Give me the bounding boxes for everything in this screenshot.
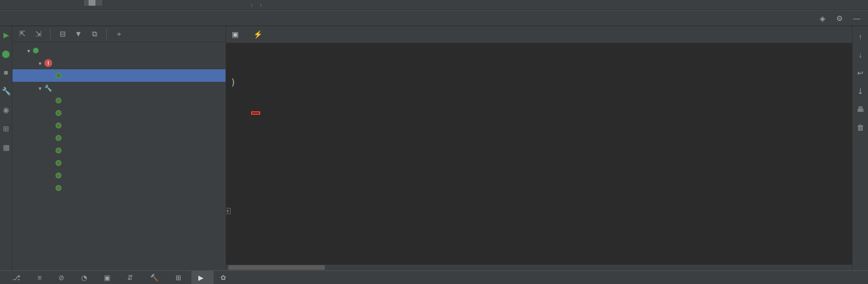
- console-icon: ▣: [232, 30, 239, 39]
- globe-icon[interactable]: ◈: [818, 14, 827, 23]
- app-icon: [56, 73, 61, 78]
- stop-icon[interactable]: ■: [4, 68, 9, 77]
- soft-wrap-icon[interactable]: ↩: [856, 68, 865, 77]
- console-output[interactable]: + ): [226, 43, 852, 265]
- tree-toolbar: ⇱ ⇲ ⊟ ▼ ⧉ ＋: [12, 26, 226, 42]
- services-icon: ▶: [198, 274, 203, 282]
- chevron-down-icon: ▾: [35, 85, 44, 91]
- tree-container: ⇱ ⇲ ⊟ ▼ ⧉ ＋ ▾ ▾ !: [12, 26, 226, 270]
- chevron-down-icon: ▾: [24, 48, 33, 54]
- console-tabs: ▣ ⚡: [226, 26, 852, 43]
- actuator-icon: ⚡: [253, 30, 262, 39]
- trash-icon[interactable]: 🗑: [856, 123, 865, 132]
- problems-icon: ⊘: [59, 274, 64, 282]
- chevron-down-icon: ▾: [35, 60, 44, 66]
- spring-icon: ✿: [220, 274, 226, 282]
- filter-icon[interactable]: ▼: [73, 29, 84, 39]
- wrench-icon[interactable]: 🔧: [2, 87, 11, 95]
- left-gutter: ▶ ⬤ ■ 🔧 ◉ ⊞ ▦: [0, 26, 12, 270]
- bottom-tab-dependencies[interactable]: ⊞: [169, 271, 191, 284]
- bottom-tab-git[interactable]: ⎇: [6, 271, 31, 284]
- wrench-icon: 🔧: [44, 85, 52, 92]
- endpoints-icon: ⇵: [127, 274, 133, 282]
- bottom-tab-problems[interactable]: ⊘: [52, 271, 74, 284]
- folder-icon: [89, 0, 95, 6]
- separator: [106, 29, 107, 39]
- tree-not-started-item[interactable]: [12, 182, 226, 194]
- debug-icon[interactable]: ⬤: [2, 49, 10, 58]
- tree-spring-boot[interactable]: ▾: [12, 44, 226, 57]
- tree-not-started-item[interactable]: [12, 107, 226, 119]
- right-gutter: ↑ ↓ ↩ ⤓ 🖶 🗑: [852, 26, 868, 270]
- app-icon: [56, 185, 61, 191]
- down-arrow-icon[interactable]: ↓: [856, 50, 865, 59]
- bottom-tab-terminal[interactable]: ▣: [97, 271, 120, 284]
- tree-not-started[interactable]: ▾ 🔧: [12, 82, 226, 94]
- main-area: ▶ ⬤ ■ 🔧 ◉ ⊞ ▦ ⇱ ⇲ ⊟ ▼ ⧉ ＋ ▾ ▾ !: [0, 26, 868, 270]
- bottom-tab-services[interactable]: ▶: [191, 271, 214, 284]
- git-icon: ⎇: [12, 274, 20, 282]
- tree-failed[interactable]: ▾ !: [12, 57, 226, 69]
- breadcrumb-sep: ›: [251, 1, 253, 9]
- tree-not-started-item[interactable]: [12, 119, 226, 132]
- minimize-icon[interactable]: —: [852, 14, 861, 23]
- build-icon: 🔨: [150, 274, 158, 282]
- bottom-tab-profiler[interactable]: ◔: [74, 271, 97, 284]
- error-icon: !: [44, 59, 52, 67]
- app-icon: [56, 148, 61, 153]
- expand-all-icon[interactable]: ⇱: [17, 29, 27, 39]
- app-icon: [56, 135, 61, 141]
- separator: [50, 29, 51, 39]
- error-highlight: [251, 111, 260, 115]
- breadcrumb-sep: ›: [260, 1, 262, 9]
- scrollbar-thumb[interactable]: [228, 265, 325, 270]
- bottom-tab-spring[interactable]: ✿: [214, 271, 236, 284]
- tree-failed-item[interactable]: [12, 69, 226, 82]
- fold-icon[interactable]: +: [226, 208, 231, 214]
- app-icon: [56, 160, 61, 166]
- tree-not-started-item[interactable]: [12, 144, 226, 157]
- tree-not-started-item[interactable]: [12, 94, 226, 107]
- profiler-icon: ◔: [81, 274, 87, 282]
- tree-not-started-item[interactable]: [12, 132, 226, 144]
- folder-tab[interactable]: [84, 0, 102, 6]
- breadcrumb: › ›: [247, 0, 265, 10]
- bottom-tab-todo[interactable]: ≡: [31, 271, 52, 284]
- group-icon[interactable]: ⊟: [57, 29, 68, 39]
- console-tab-actuator[interactable]: ⚡: [253, 30, 266, 39]
- tree-icon[interactable]: ⊞: [3, 124, 9, 133]
- camera-icon[interactable]: ◉: [3, 106, 9, 114]
- services-tree: ▾ ▾ ! ▾ 🔧: [12, 42, 226, 197]
- add-icon[interactable]: ＋: [114, 29, 124, 39]
- up-arrow-icon[interactable]: ↑: [856, 32, 865, 41]
- collapse-all-icon[interactable]: ⇲: [33, 29, 43, 39]
- console-area: ▣ ⚡ + ): [226, 26, 852, 270]
- app-icon: [56, 110, 61, 116]
- services-panel-header: ◈ ⚙ —: [0, 10, 868, 26]
- bottom-tab-build[interactable]: 🔨: [143, 271, 169, 284]
- gear-icon[interactable]: ⚙: [835, 14, 844, 23]
- new-tab-icon[interactable]: ⧉: [89, 29, 99, 39]
- deps-icon: ⊞: [176, 274, 181, 282]
- scroll-end-icon[interactable]: ⤓: [856, 86, 865, 95]
- app-icon: [56, 173, 61, 178]
- tree-not-started-item[interactable]: [12, 157, 226, 169]
- bottom-tab-endpoints[interactable]: ⇵: [120, 271, 143, 284]
- bottom-tool-tabs: ⎇ ≡ ⊘ ◔ ▣ ⇵ 🔨 ⊞ ▶ ✿: [0, 270, 868, 284]
- todo-icon: ≡: [37, 274, 41, 282]
- console-tab-console[interactable]: ▣: [232, 30, 242, 39]
- terminal-icon: ▣: [104, 274, 110, 282]
- run-icon[interactable]: ▶: [3, 31, 9, 39]
- spring-icon: [33, 48, 39, 53]
- app-icon: [56, 123, 61, 128]
- top-strip: › ›: [0, 0, 868, 10]
- app-icon: [56, 98, 61, 103]
- layout-icon[interactable]: ▦: [3, 143, 10, 152]
- scrollbar-horizontal[interactable]: [226, 265, 852, 270]
- print-icon[interactable]: 🖶: [856, 105, 865, 114]
- tree-not-started-item[interactable]: [12, 169, 226, 182]
